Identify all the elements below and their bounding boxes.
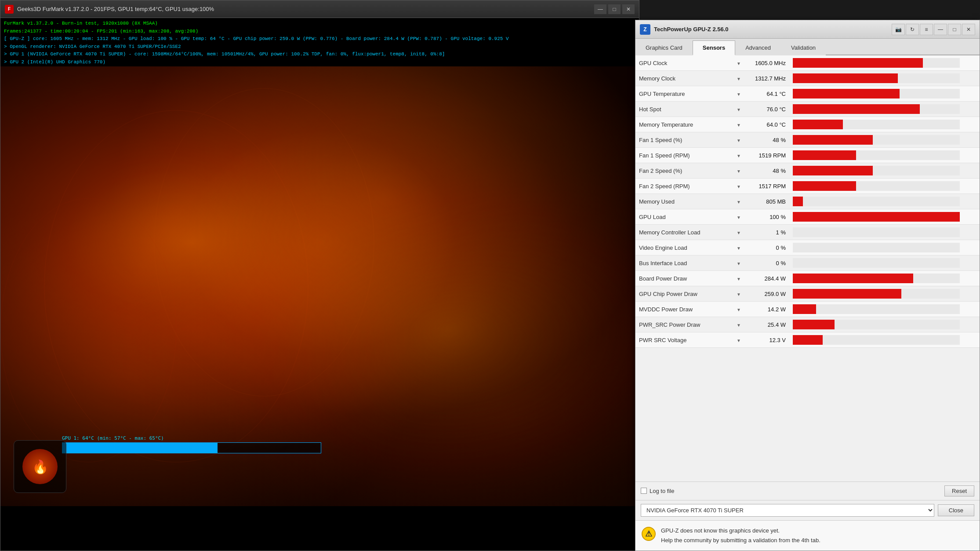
gpuz-bottom-panel: Log to file Reset NVIDIA GeForce RTX 407… [635, 482, 980, 551]
device-select[interactable]: NVIDIA GeForce RTX 4070 Ti SUPER [641, 504, 934, 517]
sensor-bar-cell [789, 86, 980, 102]
sensor-dropdown-arrow[interactable]: ▼ [732, 225, 745, 240]
sensor-name: Fan 2 Speed (%) [635, 163, 732, 179]
sensor-value: 1 % [745, 225, 789, 240]
sensor-value: 48 % [745, 132, 789, 148]
sensor-dropdown-arrow[interactable]: ▼ [732, 271, 745, 286]
sensor-row: Fan 1 Speed (%) ▼ 48 % [635, 132, 980, 148]
furmark-info-line6: > GPU 2 (Intel(R) UHD Graphics 770) [4, 58, 635, 66]
sensor-bar-fill [793, 104, 920, 114]
sensor-dropdown-arrow[interactable]: ▼ [732, 132, 745, 148]
furmark-info-line4: > OpenGL renderer: NVIDIA GeForce RTX 40… [4, 43, 635, 51]
sensor-bar-fill [793, 289, 901, 299]
sensor-dropdown-arrow[interactable]: ▼ [732, 55, 745, 71]
furmark-render-canvas: GPU 1: 64°C (min: 57°C - max: 65°C) 🔥 [0, 66, 640, 506]
sensor-dropdown-arrow[interactable]: ▼ [732, 317, 745, 332]
gpuz-icon: Z [640, 24, 650, 35]
svg-rect-1 [0, 66, 640, 506]
log-checkbox-area: Log to file [641, 488, 674, 494]
sensor-bar-container [793, 120, 960, 129]
sensor-bar-cell [789, 317, 980, 332]
gpuz-screenshot-button[interactable]: 📷 [892, 24, 905, 35]
sensor-name: Board Power Draw [635, 271, 732, 286]
sensor-bar-cell [789, 179, 980, 194]
sensor-dropdown-arrow[interactable]: ▼ [732, 194, 745, 209]
tab-advanced[interactable]: Advanced [735, 40, 781, 55]
sensor-bar-cell [789, 255, 980, 271]
tab-validation[interactable]: Validation [781, 40, 826, 55]
gpuz-device-bar: NVIDIA GeForce RTX 4070 Ti SUPER Close [635, 500, 980, 521]
furmark-maximize-button[interactable]: □ [608, 4, 621, 14]
sensor-row: Fan 1 Speed (RPM) ▼ 1519 RPM [635, 148, 980, 163]
gpuz-close-btn[interactable]: Close [938, 504, 974, 516]
sensor-bar-container [793, 104, 960, 114]
sensor-dropdown-arrow[interactable]: ▼ [732, 302, 745, 317]
sensor-value: 1519 RPM [745, 148, 789, 163]
sensor-dropdown-arrow[interactable]: ▼ [732, 163, 745, 179]
gpuz-notice-panel: ⚠ GPU-Z does not know this graphics devi… [635, 521, 980, 551]
sensor-row: Board Power Draw ▼ 284.4 W [635, 271, 980, 286]
sensor-bar-fill [793, 58, 923, 68]
sensor-name: PWR SRC Voltage [635, 332, 732, 348]
furmark-icon: F [5, 5, 14, 14]
sensor-name: GPU Temperature [635, 86, 732, 102]
sensor-dropdown-arrow[interactable]: ▼ [732, 179, 745, 194]
gpuz-close-button[interactable]: ✕ [962, 24, 975, 35]
sensor-value: 805 MB [745, 194, 789, 209]
log-to-file-checkbox[interactable] [641, 488, 647, 494]
tab-graphics-card[interactable]: Graphics Card [635, 40, 693, 55]
sensor-dropdown-arrow[interactable]: ▼ [732, 117, 745, 132]
gpuz-controls-bar: Log to file Reset [635, 482, 980, 500]
sensor-bar-cell [789, 240, 980, 255]
sensor-name: GPU Load [635, 209, 732, 225]
sensor-bar-cell [789, 332, 980, 348]
gpuz-maximize-button[interactable]: □ [948, 24, 961, 35]
sensor-dropdown-arrow[interactable]: ▼ [732, 86, 745, 102]
sensors-scroll-area[interactable]: GPU Clock ▼ 1605.0 MHz Memory Clock ▼ 13… [635, 55, 980, 472]
sensor-bar-fill [793, 166, 873, 175]
svg-rect-0 [0, 66, 640, 506]
sensor-bar-fill [793, 135, 873, 145]
sensor-dropdown-arrow[interactable]: ▼ [732, 286, 745, 302]
furmark-title: Geeks3D FurMark v1.37.2.0 - 201FPS, GPU1… [17, 6, 594, 12]
sensor-bar-cell [789, 209, 980, 225]
sensor-bar-container [793, 243, 960, 252]
furmark-info-line5: > GPU 1 (NVIDIA GeForce RTX 4070 Ti SUPE… [4, 51, 635, 58]
sensor-row: PWR_SRC Power Draw ▼ 25.4 W [635, 317, 980, 332]
sensor-bar-fill [793, 274, 913, 283]
gpu-temp-bar-fill [62, 443, 218, 453]
sensor-dropdown-arrow[interactable]: ▼ [732, 240, 745, 255]
furmark-minimize-button[interactable]: — [594, 4, 606, 14]
sensor-dropdown-arrow[interactable]: ▼ [732, 71, 745, 86]
sensor-row: Memory Clock ▼ 1312.7 MHz [635, 71, 980, 86]
sensor-bar-fill [793, 227, 795, 237]
gpuz-refresh-button[interactable]: ↻ [906, 24, 919, 35]
sensor-bar-container [793, 289, 960, 299]
notice-text: GPU-Z does not know this graphics device… [661, 526, 820, 545]
sensor-dropdown-arrow[interactable]: ▼ [732, 102, 745, 117]
furmark-window: F Geeks3D FurMark v1.37.2.0 - 201FPS, GP… [0, 0, 639, 551]
sensor-bar-fill [793, 212, 960, 222]
sensor-bar-container [793, 58, 960, 68]
sensor-value: 0 % [745, 240, 789, 255]
sensor-name: Hot Spot [635, 102, 732, 117]
sensor-dropdown-arrow[interactable]: ▼ [732, 148, 745, 163]
sensor-bar-container [793, 166, 960, 175]
gpuz-minimize-button[interactable]: — [934, 24, 947, 35]
sensor-bar-cell [789, 271, 980, 286]
tab-sensors[interactable]: Sensors [693, 40, 735, 55]
sensor-row: Fan 2 Speed (%) ▼ 48 % [635, 163, 980, 179]
furmark-close-button[interactable]: ✕ [622, 4, 635, 14]
sensor-value: 1517 RPM [745, 179, 789, 194]
sensor-bar-container [793, 320, 960, 329]
sensor-name: Bus Interface Load [635, 255, 732, 271]
sensor-dropdown-arrow[interactable]: ▼ [732, 332, 745, 348]
gpu-temp-bar [62, 442, 321, 453]
reset-button[interactable]: Reset [944, 485, 974, 496]
sensor-dropdown-arrow[interactable]: ▼ [732, 209, 745, 225]
sensor-row: Fan 2 Speed (RPM) ▼ 1517 RPM [635, 179, 980, 194]
gpuz-menu-button[interactable]: ≡ [920, 24, 933, 35]
furmark-info-line1: FurMark v1.37.2.0 - Burn-in test, 1920x1… [4, 20, 635, 28]
sensor-dropdown-arrow[interactable]: ▼ [732, 255, 745, 271]
sensor-value: 1312.7 MHz [745, 71, 789, 86]
